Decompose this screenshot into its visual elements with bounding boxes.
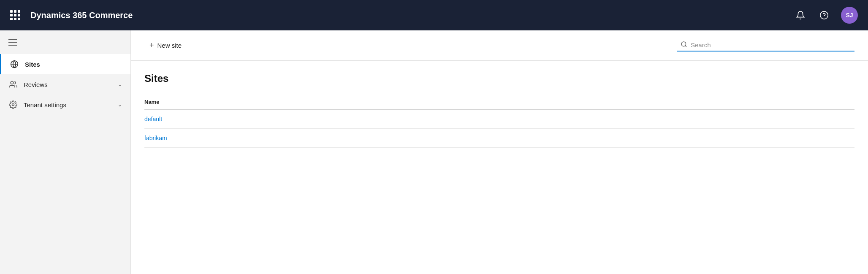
search-container [677,39,854,52]
sidebar: Sites Reviews ⌄ Tena [0,30,131,274]
toolbar: + New site [131,30,868,61]
svg-point-5 [12,104,14,106]
content-area: + New site Sites Name [131,30,868,274]
sidebar-sites-label: Sites [25,61,40,68]
table-row: fabrikam [144,129,854,148]
reviews-icon [8,80,18,89]
user-avatar[interactable]: SJ [841,7,858,24]
page-content: Sites Name default fabrikam [131,61,868,274]
sidebar-item-reviews[interactable]: Reviews ⌄ [0,74,130,95]
svg-point-6 [681,42,686,46]
hamburger-menu[interactable] [0,34,130,51]
table-row: default [144,110,854,129]
svg-point-0 [820,11,828,19]
column-header-name: Name [144,95,854,110]
new-site-button[interactable]: + New site [144,38,187,52]
app-grid-icon[interactable] [10,10,20,20]
svg-line-7 [685,46,686,47]
search-icon [681,41,687,49]
notification-icon[interactable] [794,8,807,22]
globe-icon [10,60,19,68]
top-nav-actions: SJ [794,7,858,24]
reviews-chevron-icon: ⌄ [118,81,122,87]
page-title: Sites [144,73,854,84]
new-site-label: New site [157,42,182,49]
sidebar-reviews-label: Reviews [24,81,48,88]
sidebar-item-sites[interactable]: Sites [0,54,130,74]
sidebar-item-tenant-settings[interactable]: Tenant settings ⌄ [0,95,130,115]
site-link-default[interactable]: default [144,116,162,122]
tenant-settings-chevron-icon: ⌄ [118,102,122,108]
search-input[interactable] [691,41,851,49]
plus-icon: + [149,41,154,50]
hamburger-icon [8,39,17,46]
app-title: Dynamics 365 Commerce [30,11,787,20]
help-icon[interactable] [817,8,831,22]
site-link-fabrikam[interactable]: fabrikam [144,135,167,141]
top-nav: Dynamics 365 Commerce SJ [0,0,868,30]
svg-point-4 [11,81,14,84]
settings-icon [8,100,18,109]
sites-table: Name default fabrikam [144,95,854,148]
main-layout: Sites Reviews ⌄ Tena [0,30,868,274]
sidebar-tenant-settings-label: Tenant settings [24,101,66,109]
